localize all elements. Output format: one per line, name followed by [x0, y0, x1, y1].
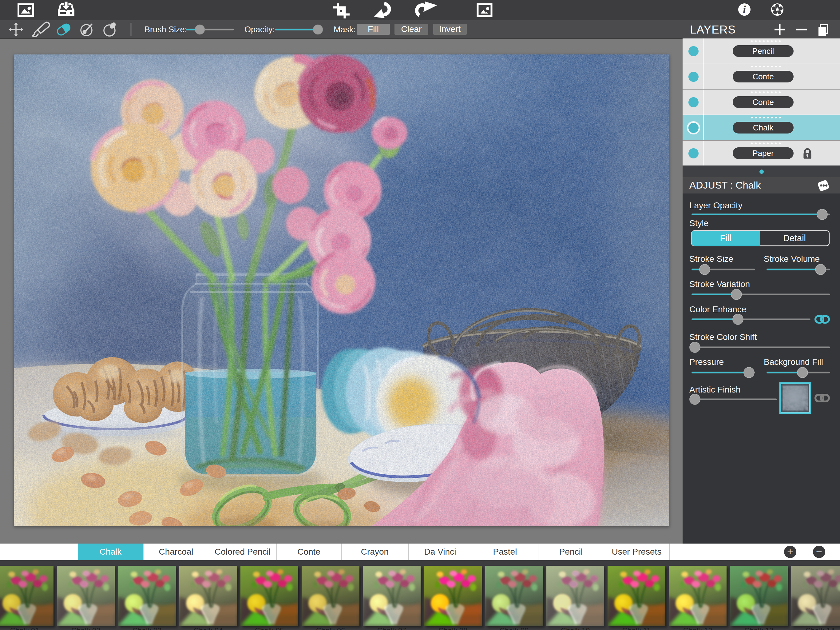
svg-text:Stroke Variation: Stroke Variation	[689, 279, 750, 289]
svg-text:Stroke Volume: Stroke Volume	[764, 254, 820, 264]
svg-text:Background Fill: Background Fill	[764, 357, 823, 367]
svg-text:Fill: Fill	[368, 24, 379, 34]
svg-text:Pressure: Pressure	[689, 357, 724, 367]
svg-text:Mask:: Mask:	[333, 25, 356, 34]
svg-text:Invert: Invert	[439, 24, 461, 34]
svg-text:Brush Size:: Brush Size:	[145, 25, 187, 34]
svg-text:Stroke Color Shift: Stroke Color Shift	[689, 332, 757, 342]
svg-text:i: i	[743, 3, 746, 16]
svg-text:Opacity:: Opacity:	[245, 25, 275, 34]
svg-text:Fill: Fill	[720, 233, 731, 243]
svg-text:Color Enhance: Color Enhance	[689, 304, 746, 314]
svg-text:Style: Style	[689, 218, 708, 228]
svg-text:Stroke Size: Stroke Size	[689, 254, 733, 264]
svg-text:Detail: Detail	[783, 233, 806, 243]
svg-text:Layer Opacity: Layer Opacity	[689, 201, 742, 210]
svg-text:Clear: Clear	[401, 24, 422, 34]
svg-text:Artistic Finish: Artistic Finish	[689, 385, 741, 394]
